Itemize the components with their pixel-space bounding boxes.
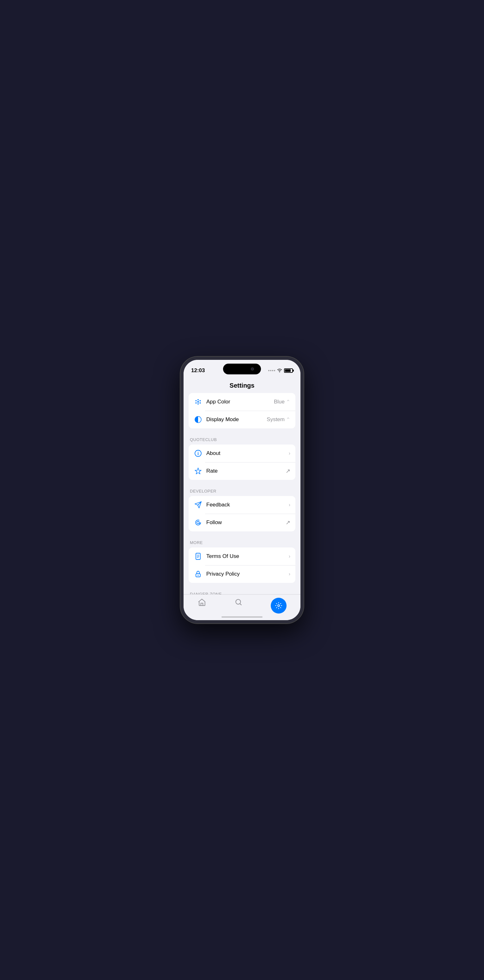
- at-icon: [194, 518, 202, 527]
- svg-point-4: [197, 403, 199, 405]
- display-mode-icon: [194, 415, 202, 424]
- display-mode-label: Display Mode: [206, 417, 267, 423]
- more-section-label: MORE: [183, 540, 301, 547]
- appearance-section: App Color Blue ⌃: [183, 393, 301, 428]
- follow-external-icon: ↗: [286, 519, 290, 526]
- svg-point-5: [196, 402, 197, 404]
- feedback-chevron: ›: [289, 502, 290, 508]
- quoteclub-section-label: QUOTECLUB: [183, 437, 301, 444]
- phone-frame: 12:03: [180, 357, 304, 623]
- appearance-card: App Color Blue ⌃: [189, 393, 295, 428]
- page-header: Settings: [183, 377, 301, 393]
- star-icon: [194, 467, 202, 476]
- nav-settings[interactable]: [271, 598, 287, 614]
- settings-active-bg: [271, 598, 287, 614]
- send-icon: [194, 500, 202, 509]
- svg-point-1: [197, 399, 199, 401]
- battery-icon: [284, 368, 293, 373]
- quoteclub-section: QUOTECLUB About ›: [183, 437, 301, 480]
- display-mode-value: System ⌃: [267, 417, 290, 423]
- app-color-icon: [194, 398, 202, 406]
- privacy-item[interactable]: Privacy Policy ›: [189, 565, 295, 583]
- home-icon: [197, 598, 206, 606]
- home-bar: [221, 616, 263, 617]
- wifi-icon: [277, 368, 282, 373]
- privacy-label: Privacy Policy: [206, 571, 289, 577]
- dynamic-island: [223, 364, 261, 374]
- about-chevron: ›: [289, 450, 290, 456]
- developer-card: Feedback › Follow ↗: [189, 496, 295, 531]
- status-time: 12:03: [191, 368, 205, 374]
- quoteclub-card: About › Rate ↗: [189, 444, 295, 480]
- svg-point-17: [278, 605, 280, 606]
- lock-icon: [194, 570, 202, 579]
- document-icon: [194, 552, 202, 561]
- follow-item[interactable]: Follow ↗: [189, 514, 295, 531]
- page-title: Settings: [230, 382, 255, 389]
- terms-item[interactable]: Terms Of Use ›: [189, 547, 295, 565]
- follow-label: Follow: [206, 519, 286, 526]
- svg-point-2: [200, 400, 201, 401]
- svg-point-0: [197, 401, 199, 403]
- developer-section: DEVELOPER Feedback ›: [183, 489, 301, 531]
- svg-point-3: [200, 402, 201, 404]
- info-icon: [194, 449, 202, 458]
- terms-label: Terms Of Use: [206, 553, 289, 560]
- app-color-item[interactable]: App Color Blue ⌃: [189, 393, 295, 411]
- search-icon: [234, 598, 243, 606]
- signal-icon: [268, 370, 275, 371]
- svg-point-10: [198, 452, 198, 452]
- app-color-value: Blue ⌃: [274, 399, 290, 405]
- terms-chevron: ›: [289, 554, 290, 559]
- more-section: MORE Terms Of Use ›: [183, 540, 301, 583]
- phone-inner: 12:03: [183, 360, 301, 620]
- danger-section: DANGER ZONE Logout: [183, 592, 301, 594]
- privacy-chevron: ›: [289, 571, 290, 577]
- rate-item[interactable]: Rate ↗: [189, 462, 295, 480]
- status-icons: [268, 368, 293, 373]
- danger-section-label: DANGER ZONE: [183, 592, 301, 594]
- developer-section-label: DEVELOPER: [183, 489, 301, 496]
- camera-dot: [251, 368, 254, 371]
- app-color-label: App Color: [206, 399, 274, 405]
- svg-point-14: [198, 575, 199, 576]
- display-mode-item[interactable]: Display Mode System ⌃: [189, 411, 295, 428]
- rate-label: Rate: [206, 468, 286, 474]
- nav-search[interactable]: [234, 598, 243, 606]
- rate-external-icon: ↗: [286, 468, 290, 474]
- feedback-label: Feedback: [206, 502, 289, 508]
- svg-point-16: [236, 599, 240, 604]
- nav-home[interactable]: [197, 598, 206, 606]
- more-card: Terms Of Use › Privacy Policy: [189, 547, 295, 583]
- feedback-item[interactable]: Feedback ›: [189, 496, 295, 514]
- about-item[interactable]: About ›: [189, 444, 295, 462]
- about-label: About: [206, 450, 289, 457]
- screen-content[interactable]: Settings: [183, 377, 301, 594]
- svg-point-6: [196, 400, 197, 401]
